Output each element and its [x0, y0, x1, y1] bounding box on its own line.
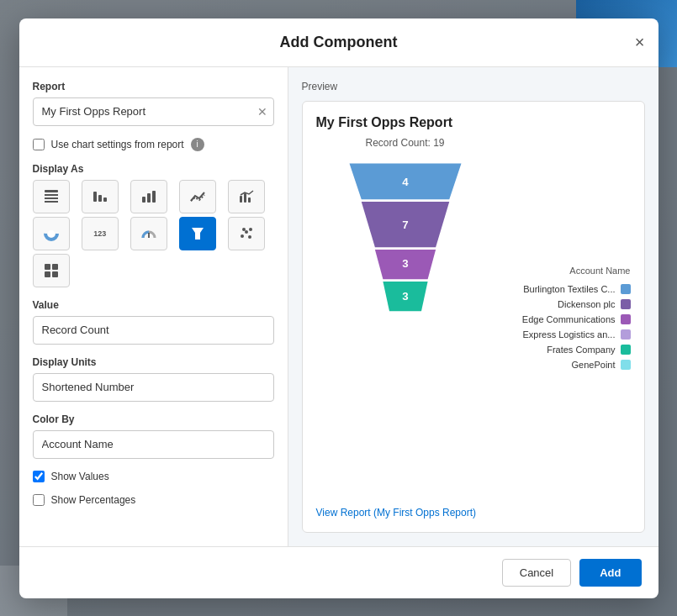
legend-title: Account Name — [505, 266, 631, 276]
svg-rect-22 — [52, 264, 58, 270]
display-table-btn[interactable] — [33, 180, 70, 213]
legend-label-6: GenePoint — [572, 360, 616, 370]
display-units-input[interactable] — [33, 373, 274, 402]
legend-dot-3 — [621, 314, 631, 324]
clear-report-icon[interactable]: ✕ — [257, 105, 267, 118]
svg-rect-3 — [45, 201, 58, 203]
svg-point-19 — [242, 228, 246, 231]
svg-rect-21 — [45, 264, 50, 270]
svg-rect-1 — [45, 194, 58, 196]
show-percentages-checkbox[interactable] — [33, 494, 45, 506]
svg-rect-4 — [93, 192, 97, 202]
report-field-group: Report ✕ — [33, 81, 274, 126]
close-button[interactable]: × — [635, 34, 645, 50]
display-as-label: Display As — [33, 163, 274, 175]
legend-item-3: Edge Communications — [505, 314, 631, 324]
legend-label-5: Frates Company — [547, 345, 615, 355]
legend-item-2: Dickenson plc — [505, 299, 631, 309]
color-by-label: Color By — [33, 413, 274, 425]
display-as-grid: 123 — [33, 180, 274, 287]
svg-rect-24 — [52, 271, 58, 277]
svg-text:4: 4 — [402, 176, 409, 188]
svg-rect-5 — [98, 195, 102, 202]
preview-chart-title: My First Opps Report — [316, 115, 631, 130]
left-panel: Report ✕ Use chart settings from report … — [19, 67, 288, 546]
display-scatter-btn[interactable] — [228, 217, 265, 250]
svg-rect-7 — [142, 197, 145, 203]
svg-point-16 — [241, 234, 244, 238]
right-panel: Preview My First Opps Report Record Coun… — [288, 67, 658, 546]
legend-dot-4 — [621, 329, 631, 340]
display-as-field-group: Display As — [33, 163, 274, 287]
modal-title: Add Component — [280, 34, 398, 51]
svg-text:7: 7 — [402, 218, 408, 231]
modal-header: Add Component × — [19, 18, 658, 67]
svg-point-20 — [248, 235, 251, 239]
legend-label-1: Burlington Textiles C... — [523, 284, 615, 294]
info-icon[interactable]: i — [191, 138, 204, 151]
svg-rect-23 — [45, 271, 50, 277]
value-input[interactable] — [33, 316, 274, 345]
add-button[interactable]: Add — [579, 559, 641, 587]
funnel-container: Record Count: 19 4 7 — [316, 137, 495, 498]
legend-item-6: GenePoint — [505, 360, 631, 370]
svg-text:3: 3 — [402, 257, 408, 270]
chart-settings-row: Use chart settings from report i — [33, 138, 274, 151]
modal-footer: Cancel Add — [19, 546, 658, 598]
display-line-btn[interactable] — [179, 180, 216, 213]
svg-point-18 — [249, 228, 252, 231]
preview-card: My First Opps Report Record Count: 19 — [302, 101, 645, 533]
show-values-row: Show Values — [33, 471, 274, 482]
chart-settings-checkbox[interactable] — [33, 139, 45, 150]
svg-point-14 — [48, 230, 55, 237]
legend-container: Account Name Burlington Textiles C... Di… — [505, 137, 631, 498]
svg-rect-9 — [152, 191, 156, 203]
svg-rect-11 — [244, 193, 246, 203]
legend-label-3: Edge Communications — [522, 314, 616, 324]
report-input[interactable] — [33, 97, 274, 126]
display-column-btn[interactable] — [130, 180, 167, 213]
value-label: Value — [33, 299, 274, 311]
show-percentages-row: Show Percentages — [33, 494, 274, 506]
legend-item-1: Burlington Textiles C... — [505, 284, 631, 294]
svg-rect-0 — [45, 190, 58, 192]
report-label: Report — [33, 81, 274, 92]
report-input-wrapper: ✕ — [33, 97, 274, 126]
legend-dot-6 — [621, 360, 631, 370]
show-percentages-label: Show Percentages — [51, 494, 136, 506]
display-metric-btn[interactable]: 123 — [82, 217, 119, 250]
add-component-modal: Add Component × Report ✕ Use chart setti… — [19, 18, 658, 598]
svg-point-17 — [245, 230, 248, 234]
legend-label-2: Dickenson plc — [558, 299, 615, 309]
display-donut-btn[interactable] — [33, 217, 70, 250]
cancel-button[interactable]: Cancel — [502, 559, 571, 587]
modal-body: Report ✕ Use chart settings from report … — [19, 67, 658, 546]
svg-rect-8 — [147, 193, 151, 203]
display-gauge-btn[interactable] — [130, 217, 167, 250]
display-funnel-btn[interactable] — [179, 217, 216, 250]
color-by-field-group: Color By — [33, 413, 274, 459]
legend-dot-1 — [621, 284, 631, 294]
funnel-chart: 4 7 3 3 — [330, 155, 481, 315]
legend-dot-5 — [621, 345, 631, 355]
legend-item-5: Frates Company — [505, 345, 631, 355]
show-values-checkbox[interactable] — [33, 471, 45, 482]
svg-rect-6 — [103, 197, 107, 202]
display-bar-btn[interactable] — [82, 180, 119, 213]
view-report-link[interactable]: View Report (My First Opps Report) — [316, 507, 631, 519]
display-units-field-group: Display Units — [33, 356, 274, 402]
record-count-label: Record Count: 19 — [365, 137, 444, 149]
chart-settings-label: Use chart settings from report — [51, 139, 184, 150]
value-field-group: Value — [33, 299, 274, 345]
show-values-label: Show Values — [51, 471, 109, 482]
svg-rect-2 — [45, 197, 58, 199]
legend-label-4: Express Logistics an... — [522, 329, 615, 340]
svg-text:3: 3 — [402, 289, 408, 302]
display-combo-btn[interactable] — [228, 180, 265, 213]
preview-label: Preview — [302, 81, 645, 92]
preview-content: Record Count: 19 4 7 — [316, 137, 631, 498]
display-units-label: Display Units — [33, 356, 274, 368]
display-datatable-btn[interactable] — [33, 254, 70, 287]
color-by-input[interactable] — [33, 430, 274, 459]
svg-rect-10 — [240, 196, 242, 203]
